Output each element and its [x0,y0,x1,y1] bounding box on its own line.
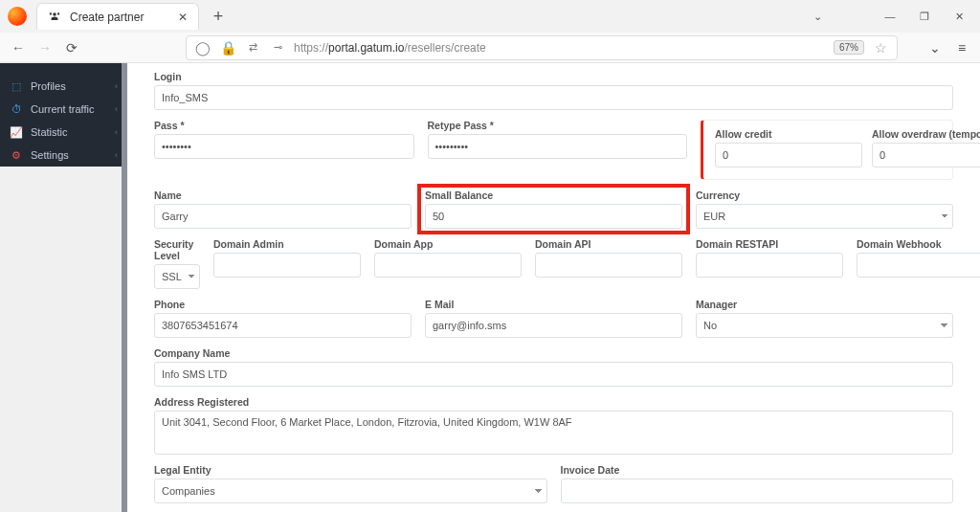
invoice-date-input[interactable] [561,479,954,503]
login-input[interactable] [154,85,953,110]
domain-api-input[interactable] [535,253,682,278]
chevron-left-icon: ‹ [115,127,118,137]
name-input[interactable] [154,204,412,229]
tab-close-icon[interactable]: ✕ [175,10,190,25]
allow-credit-label: Allow credit [715,128,862,140]
manager-select[interactable]: No [696,313,953,338]
chevron-left-icon: ‹ [115,104,118,114]
company-name-input[interactable] [154,362,953,387]
profiles-icon: ⬚ [10,79,23,93]
retype-pass-label: Retype Pass * [428,120,688,131]
domain-restapi-label: Domain RESTAPI [696,238,843,250]
browser-tab[interactable]: Create partner ✕ [36,3,199,30]
pocket-icon[interactable]: ⌄ [926,39,944,56]
security-level-select[interactable]: SSL [154,264,200,289]
close-window-icon[interactable]: ✕ [951,11,967,23]
new-tab-button[interactable]: + [205,3,232,30]
browser-navbar: ← → ⟳ ◯ 🔒 ⇄ ⊸ https://portal.gatum.io/re… [0,33,980,63]
company-name-label: Company Name [154,347,953,359]
window-controls: ⌄ — ❐ ✕ [810,11,980,23]
domain-app-label: Domain App [374,238,522,250]
email-label: E Mail [425,299,682,310]
traffic-icon: ⏱ [10,102,23,116]
domain-admin-label: Domain Admin [213,238,361,250]
tab-title: Create partner [70,11,167,24]
lock-icon[interactable]: 🔒 [219,39,236,56]
minimize-icon[interactable]: — [882,11,898,23]
sidebar: ⬚ Profiles ‹ ⏱ Current traffic ‹ 📈 Stati… [0,63,127,167]
url-bar[interactable]: ◯ 🔒 ⇄ ⊸ https://portal.gatum.io/reseller… [186,35,898,60]
allow-credit-input[interactable] [715,143,862,167]
credit-box: Allow credit Allow overdraw (temporary c… [701,120,953,180]
domain-api-label: Domain API [535,238,682,250]
sidebar-item-label: Statistic [31,126,68,138]
legal-entity-select[interactable]: Companies [154,479,547,503]
browser-tabbar: Create partner ✕ + ⌄ — ❐ ✕ [0,0,980,33]
sidebar-item-label: Profiles [31,80,66,92]
bookmark-star-icon[interactable]: ☆ [872,39,889,56]
sidebar-item-settings[interactable]: ⚙ Settings ‹ [0,144,127,167]
sidebar-item-statistic[interactable]: 📈 Statistic ‹ [0,121,127,144]
legal-entity-label: Legal Entity [154,464,547,476]
manager-label: Manager [696,299,953,310]
permissions-icon[interactable]: ⇄ [244,39,261,56]
currency-label: Currency [696,189,953,201]
domain-webhook-label: Domain Webhook [857,238,980,250]
url-text: https://portal.gatum.io/resellers/create [294,41,486,55]
small-balance-label: Small Balance [425,189,682,201]
email-input[interactable] [425,313,682,338]
tabs-dropdown-icon[interactable]: ⌄ [810,11,825,23]
sidebar-item-label: Current traffic [31,103,94,115]
name-label: Name [154,189,412,201]
main-content: Login Pass * Retype Pass * Allow credit [127,63,980,512]
key-icon[interactable]: ⊸ [269,39,286,56]
phone-label: Phone [154,299,412,310]
domain-restapi-input[interactable] [696,253,843,278]
zoom-level[interactable]: 67% [834,40,864,55]
pass-input[interactable] [154,134,414,159]
currency-select[interactable]: EUR [696,204,953,229]
shield-icon[interactable]: ◯ [194,39,212,56]
sidebar-item-label: Settings [31,149,69,161]
tab-favicon-icon [47,10,62,25]
allow-overdraw-input[interactable] [872,143,980,167]
domain-app-input[interactable] [374,253,522,278]
pass-label: Pass * [154,120,414,131]
login-label: Login [154,71,953,82]
sidebar-item-profiles[interactable]: ⬚ Profiles ‹ [0,75,127,98]
security-level-label: Security Level [154,238,200,261]
reload-icon[interactable]: ⟳ [63,39,80,56]
retype-pass-input[interactable] [428,134,688,159]
phone-input[interactable] [154,313,412,338]
chevron-left-icon: ‹ [115,150,118,160]
small-balance-input[interactable] [425,204,682,229]
forward-icon[interactable]: → [36,39,54,56]
allow-overdraw-label: Allow overdraw (temporary credit) [872,128,980,140]
sidebar-item-current-traffic[interactable]: ⏱ Current traffic ‹ [0,98,127,121]
invoice-date-label: Invoice Date [561,464,954,476]
statistic-icon: 📈 [10,125,23,139]
back-icon[interactable]: ← [10,39,27,56]
address-textarea[interactable]: Unit 3041, Second Floor, 6 Market Place,… [154,411,953,455]
domain-webhook-input[interactable] [857,253,980,278]
menu-icon[interactable]: ≡ [953,39,970,56]
small-balance-highlight: Small Balance [419,186,688,233]
settings-icon: ⚙ [10,148,23,162]
firefox-logo-icon [8,7,27,26]
chevron-left-icon: ‹ [115,81,118,91]
domain-admin-input[interactable] [213,253,361,278]
maximize-icon[interactable]: ❐ [917,11,932,23]
address-label: Address Registered [154,396,953,408]
